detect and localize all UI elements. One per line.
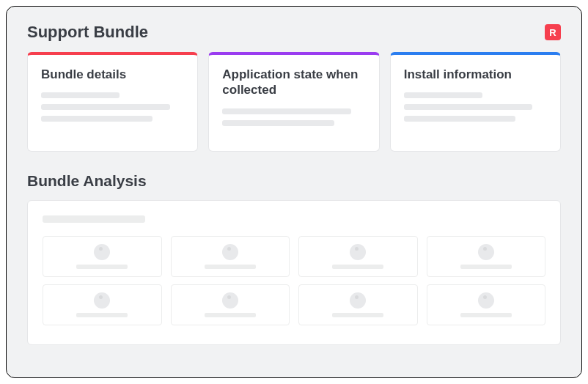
analysis-tile[interactable] bbox=[171, 284, 290, 325]
analysis-tile[interactable] bbox=[298, 284, 418, 325]
card-title: Application state when collected bbox=[222, 67, 365, 98]
skeleton-line bbox=[76, 313, 128, 317]
card-title: Bundle details bbox=[41, 67, 184, 82]
analysis-tile-row bbox=[43, 236, 545, 277]
skeleton-line bbox=[43, 215, 145, 223]
header-row: Support Bundle R bbox=[27, 23, 561, 42]
placeholder-image-icon bbox=[94, 244, 110, 260]
summary-cards-row: Bundle details Application state when co… bbox=[27, 52, 561, 152]
skeleton-line bbox=[404, 104, 533, 110]
analysis-tile-row bbox=[43, 284, 545, 325]
skeleton-line bbox=[404, 92, 482, 98]
card-title: Install information bbox=[404, 67, 547, 82]
section-title-analysis: Bundle Analysis bbox=[27, 172, 561, 190]
skeleton-line bbox=[76, 265, 128, 269]
placeholder-image-icon bbox=[350, 292, 366, 309]
placeholder-image-icon bbox=[350, 244, 366, 260]
brand-letter: R bbox=[549, 28, 556, 37]
brand-badge-icon[interactable]: R bbox=[545, 24, 561, 40]
skeleton-line bbox=[460, 313, 512, 317]
card-application-state[interactable]: Application state when collected bbox=[208, 52, 379, 152]
analysis-tile[interactable] bbox=[43, 236, 162, 277]
analysis-tile[interactable] bbox=[298, 236, 418, 277]
placeholder-image-icon bbox=[94, 292, 110, 309]
card-bundle-details[interactable]: Bundle details bbox=[27, 52, 198, 152]
skeleton-line bbox=[332, 313, 383, 317]
skeleton-line bbox=[222, 120, 334, 126]
skeleton-line bbox=[41, 92, 120, 98]
skeleton-line bbox=[41, 116, 152, 122]
skeleton-line bbox=[404, 116, 515, 122]
page-title: Support Bundle bbox=[27, 23, 148, 42]
placeholder-image-icon bbox=[478, 292, 494, 309]
placeholder-image-icon bbox=[222, 292, 238, 309]
analysis-tile[interactable] bbox=[427, 284, 546, 325]
analysis-tile[interactable] bbox=[171, 236, 290, 277]
skeleton-line bbox=[460, 265, 512, 269]
analysis-panel bbox=[27, 200, 561, 345]
analysis-tile[interactable] bbox=[427, 236, 546, 277]
placeholder-image-icon bbox=[478, 244, 494, 260]
skeleton-line bbox=[222, 108, 351, 114]
skeleton-line bbox=[332, 265, 383, 269]
support-bundle-frame: Support Bundle R Bundle details Applicat… bbox=[6, 6, 582, 378]
analysis-tile[interactable] bbox=[43, 284, 162, 325]
skeleton-line bbox=[41, 104, 170, 110]
skeleton-line bbox=[205, 313, 256, 317]
placeholder-image-icon bbox=[222, 244, 238, 260]
skeleton-line bbox=[205, 265, 256, 269]
card-install-information[interactable]: Install information bbox=[390, 52, 561, 152]
